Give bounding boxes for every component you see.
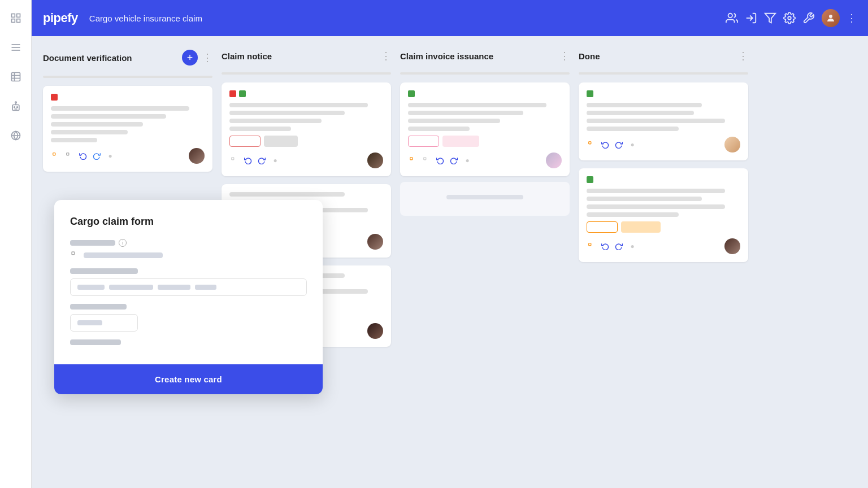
info-icon-1: i: [119, 239, 127, 247]
badge-filled-invoice-1: [442, 136, 479, 147]
card-line-i1-1: [408, 103, 546, 107]
card-footer-done-1: ●: [587, 137, 740, 152]
card-icons-done-2: ●: [587, 241, 637, 251]
svg-rect-2: [11, 19, 15, 23]
card-footer-claim-1: ●: [229, 152, 383, 168]
more-options-icon[interactable]: ⋮: [847, 12, 857, 24]
card-line-c1-4: [229, 127, 291, 131]
card-icon-d2-refresh2: [614, 241, 624, 251]
card-avatar-claim-1: [367, 152, 383, 168]
card-line-c1-3: [229, 119, 322, 123]
form-attach-row[interactable]: [70, 250, 307, 260]
settings-icon[interactable]: [783, 12, 796, 24]
svg-rect-1: [16, 14, 20, 18]
sidebar: [0, 0, 32, 488]
members-icon[interactable]: [726, 12, 738, 24]
card-icons-invoice-1: ●: [408, 155, 472, 165]
sidebar-icon-bot[interactable]: [7, 97, 25, 115]
card-footer-invoice-1: ●: [408, 152, 562, 168]
card-avatar-doc-1: [189, 148, 205, 164]
card-done-2[interactable]: ●: [579, 168, 748, 262]
card-tags-done-2: [587, 176, 740, 183]
card-line-c2-1: [229, 192, 345, 197]
header-left: pipefy Cargo vehicle insurance claim: [43, 11, 202, 25]
card-line-4: [51, 130, 128, 134]
card-icon-d1-refresh: [600, 140, 610, 150]
card-line-d2-1: [587, 189, 725, 193]
card-line-d2-3: [587, 204, 725, 209]
card-line-3: [51, 122, 143, 127]
form-attach-line: [84, 252, 163, 258]
form-label-row-1: i: [70, 239, 307, 247]
card-icon-dot: ●: [105, 151, 115, 161]
svg-rect-21: [53, 153, 55, 155]
card-avatar-claim-3: [367, 323, 383, 339]
sidebar-icon-globe[interactable]: [7, 127, 25, 145]
sidebar-icon-table[interactable]: [7, 68, 25, 86]
tag-green-done-1: [587, 90, 593, 97]
card-icon-c1-refresh: [257, 155, 267, 165]
card-avatar-done-1: [724, 137, 740, 152]
form-field-1: i: [70, 239, 307, 260]
column-menu-doc[interactable]: ⋮: [202, 51, 212, 64]
tag-red-1: [229, 90, 236, 97]
card-icon-c1-tag: [229, 155, 240, 165]
column-title-doc-verification: Document verification: [43, 53, 177, 63]
card-line-d1-2: [587, 111, 694, 115]
card-line-d2-4: [587, 212, 679, 217]
card-avatar-claim-2: [367, 234, 383, 250]
svg-rect-22: [67, 153, 69, 155]
card-line-5: [51, 138, 97, 142]
enter-icon[interactable]: [745, 12, 757, 24]
card-icons-claim-1: ●: [229, 155, 280, 165]
card-icon-d2-dot: ●: [627, 241, 637, 251]
svg-point-13: [14, 107, 15, 108]
card-doc-1[interactable]: ●: [43, 86, 212, 172]
card-claim-1[interactable]: ●: [222, 82, 391, 176]
user-avatar-header[interactable]: [822, 9, 840, 27]
filter-icon[interactable]: [764, 12, 776, 24]
card-line-d2-2: [587, 197, 702, 201]
badge-outline-invoice-1: [408, 136, 439, 147]
main-area: pipefy Cargo vehicle insurance claim ⋮: [32, 0, 868, 488]
card-icon-d1-tag: [587, 140, 597, 150]
board-area: Document verification + ⋮: [32, 36, 868, 488]
card-footer-doc-1: ●: [51, 148, 205, 164]
card-done-1[interactable]: ●: [579, 82, 748, 160]
column-menu-claim-invoice[interactable]: ⋮: [559, 50, 570, 62]
empty-card-line: [446, 195, 523, 199]
form-footer[interactable]: Create new card: [54, 364, 323, 394]
card-icon-arrow: [92, 151, 102, 161]
card-invoice-empty: [400, 182, 570, 216]
tag-green-done-2: [587, 176, 593, 183]
form-small-input[interactable]: [70, 314, 138, 332]
badge-gray-claim-1: [264, 136, 298, 147]
column-menu-done[interactable]: ⋮: [738, 50, 748, 62]
card-invoice-1[interactable]: ●: [400, 82, 570, 176]
card-icons-done-1: ●: [587, 140, 637, 150]
badge-filled-done-2: [621, 221, 661, 233]
form-text-input[interactable]: [70, 278, 307, 296]
tag-red-doc-1: [51, 94, 58, 101]
sidebar-icon-grid[interactable]: [7, 9, 25, 27]
form-second-label: [70, 304, 127, 310]
wrench-icon[interactable]: [802, 12, 815, 24]
form-body: Cargo claim form i: [54, 200, 323, 364]
card-line-2: [51, 114, 166, 119]
create-new-card-button[interactable]: Create new card: [155, 374, 222, 384]
svg-rect-26: [589, 142, 591, 144]
card-line-i1-3: [408, 119, 500, 123]
card-icon-c1-check: [243, 155, 253, 165]
add-card-button-doc[interactable]: +: [182, 50, 198, 66]
card-line-i1-4: [408, 127, 470, 131]
svg-point-20: [829, 15, 832, 18]
badge-outline-done-2: [587, 221, 618, 233]
form-title: Cargo claim form: [70, 216, 307, 228]
app-header: pipefy Cargo vehicle insurance claim ⋮: [32, 0, 868, 36]
svg-rect-25: [424, 158, 426, 160]
svg-rect-28: [72, 252, 75, 255]
svg-marker-18: [765, 14, 775, 23]
sidebar-icon-list[interactable]: [7, 38, 25, 56]
attach-icon: [70, 250, 80, 260]
column-menu-claim-notice[interactable]: ⋮: [381, 50, 391, 62]
